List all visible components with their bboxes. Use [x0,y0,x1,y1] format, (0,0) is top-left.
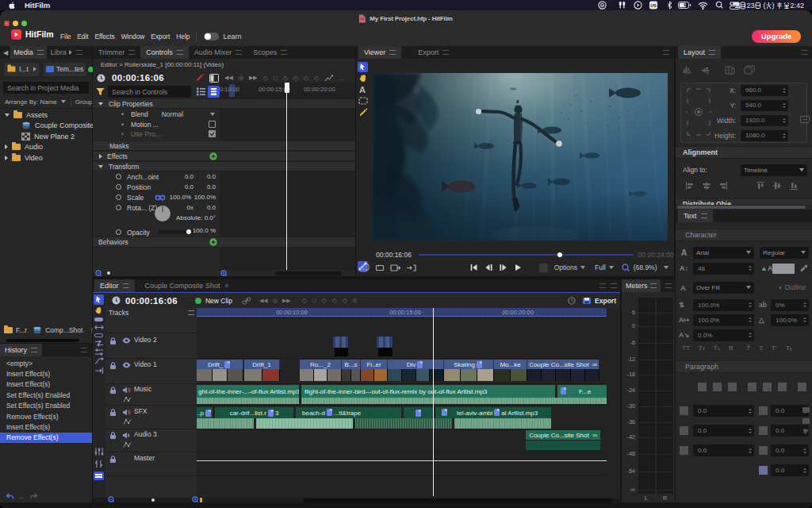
svg-text:G: G [600,2,604,8]
svg-text:US: US [650,3,657,8]
